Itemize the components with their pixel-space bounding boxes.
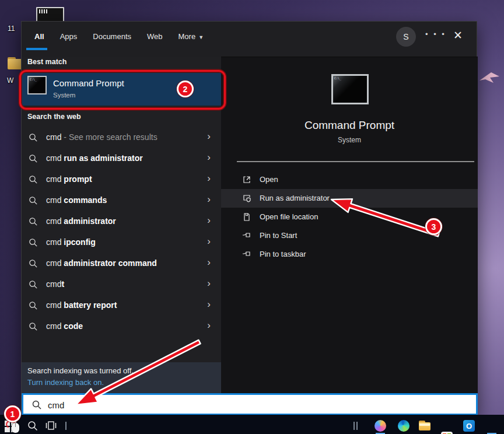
web-suggestion-text: cmd administrator command xyxy=(46,258,157,268)
web-suggestion-text: cmdt xyxy=(46,279,64,289)
web-suggestion-row[interactable]: cmd run as administrator› xyxy=(22,148,221,169)
run-as-admin-icon xyxy=(242,194,251,203)
web-suggestion-row[interactable]: cmd administrator command› xyxy=(22,253,221,274)
step1-badge: 1 xyxy=(4,405,21,422)
action-pin-to-taskbar[interactable]: Pin to taskbar xyxy=(221,245,478,264)
search-icon xyxy=(29,301,38,310)
taskbar: O xyxy=(0,415,504,434)
step2-badge: 2 xyxy=(177,80,194,97)
turn-indexing-on-link[interactable]: Turn indexing back on. xyxy=(27,378,104,387)
desktop-icon-label: 11 xyxy=(8,24,15,33)
chevron-right-icon[interactable]: › xyxy=(207,173,211,184)
action-label: Run as administrator xyxy=(260,194,330,202)
web-suggestion-row[interactable]: cmd administrator› xyxy=(22,211,221,232)
web-suggestion-row[interactable]: cmd ipconfig› xyxy=(22,232,221,253)
search-icon[interactable] xyxy=(27,420,38,432)
search-icon xyxy=(29,133,38,142)
film-strip-decoration xyxy=(39,9,48,13)
open-icon xyxy=(242,175,251,184)
chevron-right-icon[interactable]: › xyxy=(207,320,211,331)
web-suggestion-row[interactable]: cmd battery report› xyxy=(22,295,221,316)
action-label: Pin to Start xyxy=(260,231,297,240)
chevron-down-icon: ▼ xyxy=(198,34,204,40)
action-label: Open xyxy=(260,175,278,184)
web-suggestion-text: cmd commands xyxy=(46,195,107,205)
web-suggestion-text: cmd ipconfig xyxy=(46,237,96,247)
web-suggestion-text: cmd prompt xyxy=(46,174,92,184)
search-icon xyxy=(32,400,42,410)
indexing-status-banner: Search indexing was turned off. Turn ind… xyxy=(22,362,221,393)
search-tabs-bar: AllAppsDocumentsWebMore▼ S • • • ✕ xyxy=(22,22,477,57)
account-avatar[interactable]: S xyxy=(396,27,416,47)
web-suggestion-text: cmd administrator xyxy=(46,216,116,226)
open-file-location-icon xyxy=(242,212,251,222)
desktop: 11 W AllAppsDocumentsWebMore▼ S • • • ✕ … xyxy=(0,0,504,434)
chevron-right-icon[interactable]: › xyxy=(207,215,211,226)
start-icon[interactable] xyxy=(5,421,16,432)
web-suggestion-row[interactable]: cmd commands› xyxy=(22,190,221,211)
preview-divider xyxy=(237,161,474,162)
search-icon xyxy=(29,322,38,331)
search-the-web-header: Search the web xyxy=(27,113,81,121)
preview-subtitle: System xyxy=(221,136,478,144)
pin-to-taskbar-icon xyxy=(242,250,251,259)
web-suggestion-row[interactable]: cmdt› xyxy=(22,274,221,295)
edge-icon[interactable] xyxy=(398,420,410,432)
search-icon xyxy=(29,154,38,163)
taskbar-separator xyxy=(354,422,355,430)
chevron-right-icon[interactable]: › xyxy=(207,194,211,205)
close-icon[interactable]: ✕ xyxy=(453,29,463,42)
tab-apps[interactable]: Apps xyxy=(60,32,78,41)
more-options-icon[interactable]: • • • xyxy=(425,30,446,38)
action-label: Pin to taskbar xyxy=(260,250,306,258)
active-tab-underline xyxy=(26,48,47,50)
web-suggestion-text: cmd run as administrator xyxy=(46,153,143,163)
taskbar-separator xyxy=(65,422,66,430)
search-icon xyxy=(29,175,38,184)
task-view-icon[interactable] xyxy=(46,420,57,432)
web-suggestion-text: cmd - See more search results xyxy=(46,132,158,142)
preview-title: Command Prompt xyxy=(221,119,478,132)
command-prompt-icon: C:\_ xyxy=(331,74,369,104)
step3-badge: 3 xyxy=(425,218,442,235)
action-open[interactable]: Open xyxy=(221,170,478,189)
action-run-as-administrator[interactable]: Run as administrator xyxy=(221,189,478,208)
taskbar-separator xyxy=(356,422,358,430)
web-suggestion-text: cmd battery report xyxy=(46,300,117,310)
web-suggestion-row[interactable]: cmd prompt› xyxy=(22,169,221,190)
search-icon xyxy=(29,259,38,268)
chevron-right-icon[interactable]: › xyxy=(207,236,211,247)
search-icon xyxy=(29,280,38,289)
search-box[interactable] xyxy=(22,393,478,415)
outlook-icon[interactable]: O xyxy=(463,420,475,432)
chevron-right-icon[interactable]: › xyxy=(207,152,211,163)
tab-documents[interactable]: Documents xyxy=(93,32,131,41)
web-suggestion-row[interactable]: cmd code› xyxy=(22,316,221,337)
wallpaper-bird-shape xyxy=(478,71,502,86)
file-explorer-icon[interactable] xyxy=(419,420,430,432)
chevron-right-icon[interactable]: › xyxy=(207,299,211,310)
tab-web[interactable]: Web xyxy=(147,32,163,41)
search-icon xyxy=(29,238,38,247)
web-suggestion-row[interactable]: cmd - See more search results› xyxy=(22,127,221,148)
indexing-status-text: Search indexing was turned off. xyxy=(27,366,134,375)
desktop-icon-label: W xyxy=(7,76,13,85)
search-icon xyxy=(29,196,38,205)
mouse-cursor-graphic xyxy=(12,423,19,433)
tab-all[interactable]: All xyxy=(34,32,44,41)
chevron-right-icon[interactable]: › xyxy=(207,257,211,268)
step2-highlight-rectangle xyxy=(19,70,226,110)
tab-more[interactable]: More▼ xyxy=(178,32,204,41)
search-input[interactable] xyxy=(47,397,399,412)
best-match-header: Best match xyxy=(27,58,66,66)
search-icon xyxy=(29,217,38,226)
action-label: Open file location xyxy=(260,212,318,221)
pin-to-start-icon xyxy=(242,231,251,240)
web-suggestion-text: cmd code xyxy=(46,321,83,331)
chevron-right-icon[interactable]: › xyxy=(207,131,211,142)
store-icon[interactable] xyxy=(441,432,453,434)
chevron-right-icon[interactable]: › xyxy=(207,278,211,289)
copilot-icon[interactable] xyxy=(374,420,386,432)
